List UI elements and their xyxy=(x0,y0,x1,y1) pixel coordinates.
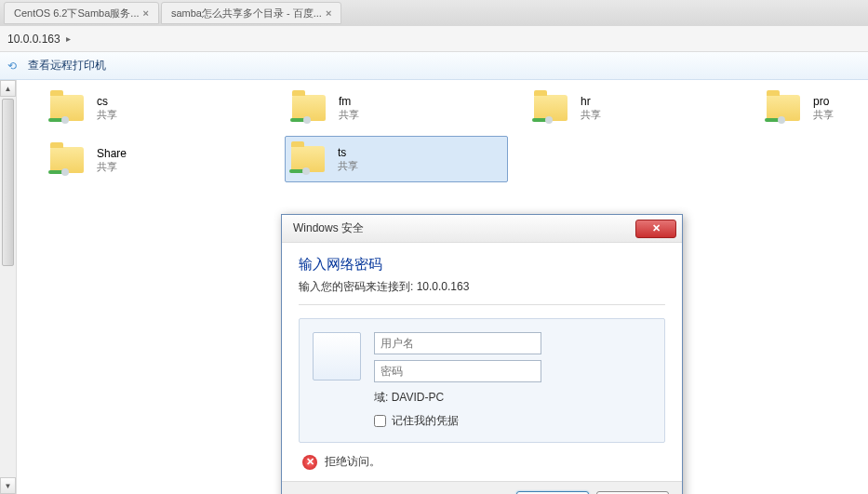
share-pipe-icon xyxy=(48,166,69,179)
remember-checkbox[interactable] xyxy=(374,415,386,427)
tab-label: samba怎么共享多个目录 - 百度... xyxy=(171,7,322,20)
dialog-title: Windows 安全 xyxy=(293,220,364,236)
share-type: 共享 xyxy=(581,108,601,122)
close-icon[interactable]: × xyxy=(143,7,149,19)
share-name: Share xyxy=(97,147,127,160)
share-folder-icon xyxy=(290,89,329,127)
share-folder-icon xyxy=(48,89,87,127)
browser-tab[interactable]: samba怎么共享多个目录 - 百度... × xyxy=(161,2,341,24)
dialog-body: 输入网络密码 输入您的密码来连接到: 10.0.0.163 域: DAVID-P… xyxy=(282,243,682,481)
share-item-pro[interactable]: pro 共享 xyxy=(761,86,854,130)
credentials-panel: 域: DAVID-PC 记住我的凭据 xyxy=(299,318,665,443)
share-pipe-icon xyxy=(290,113,311,127)
share-item-ts[interactable]: ts 共享 xyxy=(285,136,508,182)
share-item-hr[interactable]: hr 共享 xyxy=(528,86,752,130)
scroll-down-icon[interactable]: ▼ xyxy=(0,477,16,494)
svg-point-5 xyxy=(545,116,553,124)
address-path: 10.0.0.163 xyxy=(7,33,60,46)
close-icon: ✕ xyxy=(652,222,661,234)
scroll-thumb[interactable] xyxy=(2,99,14,266)
credentials-dialog: Windows 安全 ✕ 输入网络密码 输入您的密码来连接到: 10.0.0.1… xyxy=(281,214,683,494)
dialog-heading: 输入网络密码 xyxy=(299,256,665,274)
share-item-share[interactable]: Share 共享 xyxy=(45,138,268,182)
svg-point-3 xyxy=(303,116,311,124)
domain-label: 域: DAVID-PC xyxy=(374,390,651,406)
svg-point-11 xyxy=(302,167,310,175)
close-icon[interactable]: × xyxy=(326,7,331,19)
refresh-icon[interactable]: ⟲ xyxy=(7,60,17,73)
vertical-scrollbar[interactable]: ▲ ▼ xyxy=(0,80,17,494)
divider xyxy=(299,304,665,305)
share-type: 共享 xyxy=(813,108,834,122)
share-folder-icon xyxy=(765,89,804,127)
tab-label: CentOS 6.2下Samba服务... xyxy=(14,7,140,20)
svg-point-1 xyxy=(61,116,69,124)
remember-label: 记住我的凭据 xyxy=(392,413,459,429)
share-pipe-icon xyxy=(289,165,310,178)
address-bar[interactable]: 10.0.0.163 ▸ xyxy=(0,26,868,52)
dialog-footer: 确定 取消 xyxy=(282,481,682,494)
share-folder-icon xyxy=(289,140,328,178)
share-name: ts xyxy=(338,146,358,159)
svg-point-9 xyxy=(61,168,69,176)
svg-point-7 xyxy=(778,116,785,124)
share-pipe-icon xyxy=(765,113,785,127)
password-input[interactable] xyxy=(374,360,541,382)
share-name: hr xyxy=(581,95,601,108)
share-name: fm xyxy=(339,95,359,108)
share-folder-icon xyxy=(532,89,571,127)
scroll-up-icon[interactable]: ▲ xyxy=(0,80,16,97)
error-text: 拒绝访问。 xyxy=(325,454,381,470)
remember-credentials[interactable]: 记住我的凭据 xyxy=(374,413,651,429)
username-input[interactable] xyxy=(374,332,541,354)
share-item-fm[interactable]: fm 共享 xyxy=(287,86,510,130)
error-icon: ✕ xyxy=(302,455,317,470)
share-type: 共享 xyxy=(339,108,359,122)
dialog-subtitle: 输入您的密码来连接到: 10.0.0.163 xyxy=(299,279,665,295)
error-message: ✕ 拒绝访问。 xyxy=(302,454,661,470)
dialog-titlebar[interactable]: Windows 安全 ✕ xyxy=(282,215,682,243)
share-item-cs[interactable]: cs 共享 xyxy=(45,86,268,130)
close-button[interactable]: ✕ xyxy=(635,220,676,238)
browser-tabs: CentOS 6.2下Samba服务... × samba怎么共享多个目录 - … xyxy=(0,0,868,26)
share-pipe-icon xyxy=(48,113,69,127)
share-type: 共享 xyxy=(97,160,127,174)
user-avatar-icon xyxy=(313,332,361,381)
share-type: 共享 xyxy=(338,159,358,173)
chevron-right-icon[interactable]: ▸ xyxy=(66,33,71,44)
share-name: pro xyxy=(813,95,834,108)
browser-tab[interactable]: CentOS 6.2下Samba服务... × xyxy=(4,2,159,24)
share-type: 共享 xyxy=(97,108,117,122)
share-pipe-icon xyxy=(532,113,553,127)
share-name: cs xyxy=(97,95,117,108)
explorer-toolbar: ⟲ 查看远程打印机 xyxy=(0,52,868,80)
share-folder-icon xyxy=(48,141,87,179)
view-remote-printer-button[interactable]: 查看远程打印机 xyxy=(28,58,106,73)
